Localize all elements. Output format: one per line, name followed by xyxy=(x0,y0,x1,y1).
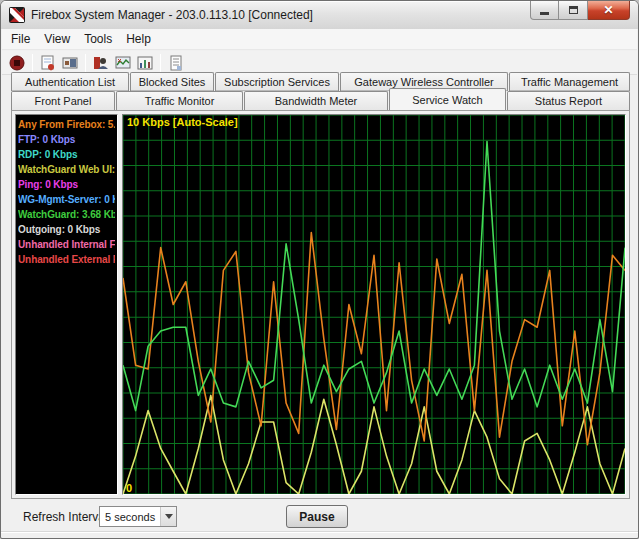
record-icon[interactable] xyxy=(7,54,27,72)
refresh-interval-value: 5 seconds xyxy=(100,511,160,523)
window-controls: ✕ xyxy=(530,1,630,20)
bandwidth-bars-icon[interactable] xyxy=(135,54,155,72)
menu-view[interactable]: View xyxy=(37,30,77,48)
tab-subscription-services[interactable]: Subscription Services xyxy=(215,72,339,91)
legend-item: Unhandled Internal F xyxy=(18,237,115,252)
toolbar-separator xyxy=(160,54,161,72)
refresh-interval-label: Refresh Interval: xyxy=(23,510,111,524)
legend-item: FTP: 0 Kbps xyxy=(18,132,115,147)
maximize-button[interactable] xyxy=(559,1,588,20)
legend-item: WG-Mgmt-Server: 0 K xyxy=(18,192,115,207)
tab-traffic-monitor[interactable]: Traffic Monitor xyxy=(116,91,243,110)
chart-scale-label: 10 Kbps [Auto-Scale] xyxy=(127,116,238,128)
legend-item: Outgoing: 0 Kbps xyxy=(18,222,115,237)
service-watch-chart: 10 Kbps [Auto-Scale] 0 xyxy=(122,114,626,495)
legend-item: WatchGuard: 3.68 Kb xyxy=(18,207,115,222)
legend-item: Any From Firebox: 5.9 xyxy=(18,117,115,132)
chevron-down-icon[interactable] xyxy=(160,507,176,526)
legend-item: Unhandled External F xyxy=(18,252,115,267)
menu-bar: File View Tools Help xyxy=(2,29,637,50)
legend-item: Ping: 0 Kbps xyxy=(18,177,115,192)
tab-row-back: Authentication List Blocked Sites Subscr… xyxy=(11,72,631,91)
service-legend-panel: Any From Firebox: 5.9 FTP: 0 Kbps RDP: 0… xyxy=(15,114,118,495)
tab-bandwidth-meter[interactable]: Bandwidth Meter xyxy=(244,91,388,110)
menu-tools[interactable]: Tools xyxy=(77,30,119,48)
tab-service-watch[interactable]: Service Watch xyxy=(389,88,506,110)
close-icon: ✕ xyxy=(603,2,613,19)
front-panel-view-icon[interactable] xyxy=(60,54,80,72)
tab-blocked-sites[interactable]: Blocked Sites xyxy=(130,72,214,91)
menu-file[interactable]: File xyxy=(4,30,37,48)
tab-traffic-management[interactable]: Traffic Management xyxy=(509,72,630,91)
close-button[interactable]: ✕ xyxy=(588,1,630,20)
tab-authentication-list[interactable]: Authentication List xyxy=(11,72,129,91)
legend-item: WatchGuard Web UI: xyxy=(18,162,115,177)
minimize-icon xyxy=(540,12,549,15)
tab-status-report[interactable]: Status Report xyxy=(507,91,630,110)
pause-button[interactable]: Pause xyxy=(286,505,348,528)
traffic-graph-icon[interactable] xyxy=(113,54,133,72)
title-bar[interactable]: Firebox System Manager - 203.0.113.10 [C… xyxy=(1,1,638,29)
tab-row-front: Front Panel Traffic Monitor Bandwidth Me… xyxy=(11,91,631,110)
report-icon[interactable] xyxy=(166,54,186,72)
toolbar-separator xyxy=(32,54,33,72)
bottom-controls: Refresh Interval: 5 seconds Pause xyxy=(11,504,628,530)
user-session-icon[interactable] xyxy=(91,54,111,72)
window-bottom-ridge xyxy=(1,531,638,532)
menu-help[interactable]: Help xyxy=(119,30,158,48)
firebox-system-manager-window: Firebox System Manager - 203.0.113.10 [C… xyxy=(0,0,639,539)
refresh-interval-select[interactable]: 5 seconds xyxy=(99,506,177,527)
legend-item: RDP: 0 Kbps xyxy=(18,147,115,162)
chart-zero-label: 0 xyxy=(126,482,132,494)
maximize-icon xyxy=(569,6,578,14)
tab-front-panel[interactable]: Front Panel xyxy=(11,91,115,110)
policy-edit-icon[interactable] xyxy=(38,54,58,72)
firebox-app-icon xyxy=(9,7,25,23)
chart-plot-area xyxy=(123,115,625,494)
minimize-button[interactable] xyxy=(530,1,559,20)
window-title: Firebox System Manager - 203.0.113.10 [C… xyxy=(31,8,313,22)
toolbar-separator xyxy=(85,54,86,72)
service-watch-page: Any From Firebox: 5.9 FTP: 0 Kbps RDP: 0… xyxy=(11,110,630,499)
